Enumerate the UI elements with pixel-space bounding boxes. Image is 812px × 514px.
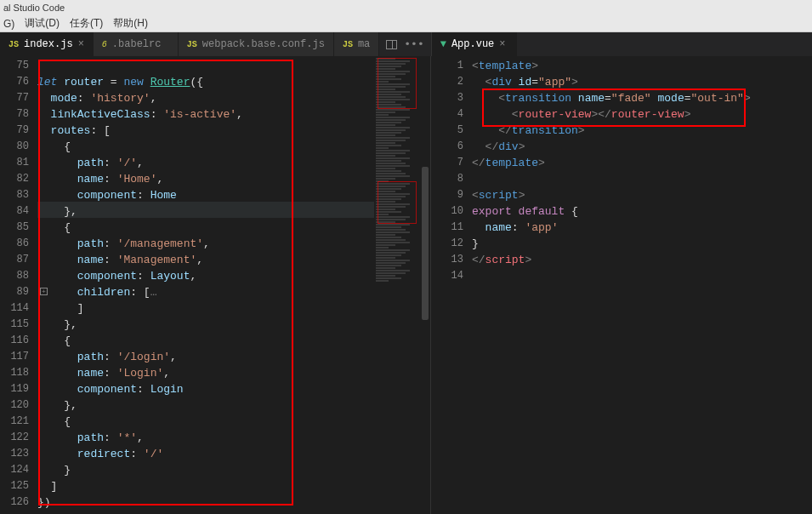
tab-label: ma: [358, 38, 370, 50]
window-title-bar: al Studio Code: [0, 0, 812, 15]
left-editor-pane: 75 76 77 78 79 80 81 82 83 84 85 86 87 8…: [0, 56, 430, 514]
scrollbar-thumb[interactable]: [422, 167, 429, 320]
menu-goto[interactable]: G): [3, 18, 14, 30]
menu-debug[interactable]: 调试(D): [25, 16, 60, 31]
tab-app-vue[interactable]: ▼ App.vue ×: [432, 32, 517, 56]
tab-label: .babelrc: [112, 38, 162, 50]
close-icon[interactable]: ×: [78, 38, 84, 50]
left-tab-bar: JS index.js × 6 .babelrc JS webpack.base…: [0, 32, 431, 56]
js-icon: JS: [187, 40, 197, 49]
tab-webpack[interactable]: JS webpack.base.conf.js: [179, 32, 334, 56]
more-icon[interactable]: •••: [404, 38, 423, 51]
right-code-area[interactable]: <template> <div id="app"> <transition na…: [472, 56, 802, 514]
right-scrollbar[interactable]: [802, 56, 812, 514]
split-editor-icon[interactable]: [386, 40, 397, 49]
js-icon: JS: [9, 40, 19, 49]
tab-index-js[interactable]: JS index.js ×: [0, 32, 94, 56]
window-title: al Studio Code: [3, 3, 65, 13]
left-scrollbar[interactable]: [420, 56, 430, 514]
close-icon[interactable]: ×: [499, 38, 505, 50]
babel-icon: 6: [102, 40, 107, 49]
left-minimap[interactable]: [374, 56, 420, 514]
vue-icon: ▼: [440, 38, 446, 50]
tab-ma[interactable]: JS ma: [334, 32, 379, 56]
menu-help[interactable]: 帮助(H): [113, 16, 148, 31]
right-editor-pane: 1 2 3 4 5 6 7 8 9 10 11 12 13 14 <templa…: [430, 56, 812, 514]
tab-label: webpack.base.conf.js: [202, 38, 325, 50]
minimap-annotation-box-2: [378, 181, 417, 224]
js-icon: JS: [343, 40, 353, 49]
tab-babelrc[interactable]: 6 .babelrc: [94, 32, 179, 56]
right-tab-bar: ▼ App.vue ×: [431, 32, 812, 56]
tab-label: App.vue: [451, 38, 494, 50]
tab-label: index.js: [24, 38, 73, 50]
minimap-annotation-box: [378, 58, 417, 109]
menu-bar: G) 调试(D) 任务(T) 帮助(H): [0, 15, 812, 32]
tab-controls: •••: [379, 32, 430, 56]
left-gutter: 75 76 77 78 79 80 81 82 83 84 85 86 87 8…: [0, 56, 37, 514]
menu-tasks[interactable]: 任务(T): [70, 16, 103, 31]
right-gutter: 1 2 3 4 5 6 7 8 9 10 11 12 13 14: [431, 56, 472, 514]
left-code-area[interactable]: let router = new Router({ mode: 'history…: [37, 56, 374, 514]
